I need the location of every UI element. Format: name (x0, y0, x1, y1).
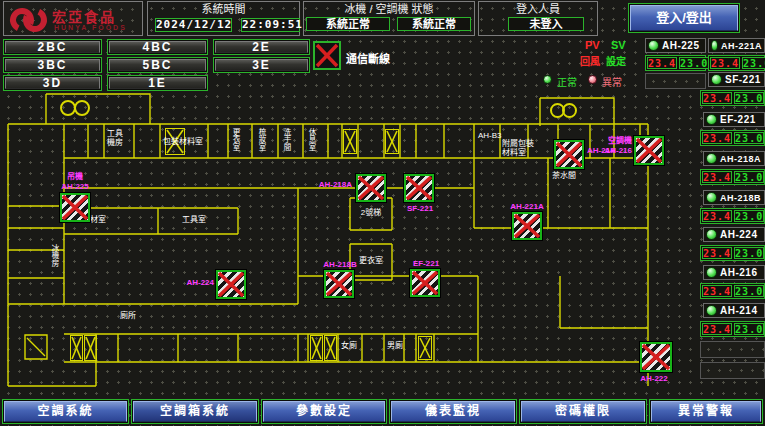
device-values: 23.423.0 (700, 130, 765, 146)
device-led-icon (706, 267, 717, 278)
login-label: 登入人員 (479, 2, 597, 17)
device-values: 23.423.0 (700, 321, 765, 337)
device-values: 23.423.0 (700, 169, 765, 185)
ahu-marker-ah-225[interactable] (60, 193, 90, 222)
floor-button-3e[interactable]: 3E (215, 59, 308, 71)
device-tag-ef-221[interactable]: EF-221 (703, 112, 765, 127)
nav-meter-monitoring[interactable]: 儀表監視 (391, 401, 515, 422)
logo-subtext: HUNYA FOODS (54, 24, 127, 31)
device-values: 23.423.0 (700, 283, 765, 299)
marker-label: SF-221 (398, 204, 442, 213)
floor-button-wrap: 3E (213, 57, 310, 73)
device-tag-ah-218a[interactable]: AH-218A (703, 151, 765, 166)
room-label: 洗手間 (282, 128, 290, 151)
device-led-icon (706, 153, 717, 164)
room-label: 女廁 (341, 342, 357, 351)
room-label: 梳妝室 (257, 128, 265, 151)
ahu-marker-ah-221a[interactable] (512, 212, 542, 240)
ahu-marker-ef-221[interactable] (410, 269, 440, 297)
sv-name-label: 設定 (606, 53, 626, 68)
ahu-marker-ah-216[interactable] (634, 136, 664, 165)
nav-ac-system[interactable]: 空調系統 (4, 401, 127, 422)
room-label: AH-B3 (478, 132, 502, 141)
floor-button-wrap: 2BC (3, 39, 102, 55)
floor-button-2bc[interactable]: 2BC (5, 41, 100, 53)
nav-password-permissions[interactable]: 密碼權限 (521, 401, 645, 422)
logo-text: 宏亞食品 (52, 6, 116, 26)
stair-x-icon (324, 335, 337, 361)
chiller-status-value: 系統正常 (306, 17, 390, 31)
device-tag-ah-214[interactable]: AH-214 (703, 303, 765, 318)
device-tag-ah-218b[interactable]: AH-218B (703, 190, 765, 205)
abnormal-led-icon (588, 75, 597, 84)
device-led-icon (706, 229, 717, 240)
marker-label: EF-221 (404, 259, 448, 268)
nav-parameter-settings[interactable]: 參數設定 (263, 401, 385, 422)
login-status-value: 未登入 (508, 17, 584, 31)
device-values: 23.423.0 (700, 90, 765, 106)
device-values: 23.423.0 (645, 55, 706, 71)
normal-led-icon (543, 75, 552, 84)
marker-label: 吊機 (52, 172, 98, 181)
device-tag-ah-216[interactable]: AH-216 (703, 265, 765, 280)
floor-button-3bc[interactable]: 3BC (5, 59, 100, 71)
device-led-icon (711, 40, 718, 51)
stair-spiral-icon (58, 99, 102, 121)
stair-x-icon (343, 129, 357, 154)
floor-button-4bc[interactable]: 4BC (109, 41, 206, 53)
device-tag-ah-225[interactable]: AH-225 (645, 38, 706, 53)
ahu-marker-ah-218a[interactable] (356, 174, 386, 202)
room-label: 休息室 (307, 128, 315, 151)
nav-wrap: 空調系統 (2, 399, 129, 424)
room-label: 男廁 (387, 342, 403, 351)
floor-button-wrap: 2E (213, 39, 310, 55)
logo-box: 宏亞食品 HUNYA FOODS (3, 1, 143, 36)
device-led-icon (706, 305, 717, 316)
nav-alarm[interactable]: 異常警報 (651, 401, 761, 422)
device-tag-ah-224[interactable]: AH-224 (703, 227, 765, 242)
empty-panel-box (700, 341, 765, 358)
room-label: 茶水間 (552, 172, 576, 181)
system-date-value: 2024/12/12 (155, 18, 232, 32)
nav-ahu-system[interactable]: 空調箱系統 (133, 401, 257, 422)
floor-button-5bc[interactable]: 5BC (109, 59, 206, 71)
system-time-label: 系統時間 (148, 2, 299, 17)
sv-header: SV (611, 39, 626, 51)
nav-wrap: 密碼權限 (519, 399, 647, 424)
device-led-icon (648, 40, 659, 51)
comm-loss-icon (313, 41, 341, 70)
ahu-marker-ah-224[interactable] (216, 270, 246, 299)
floor-button-wrap: 4BC (107, 39, 208, 55)
room-label: 包裝材料室 (163, 138, 203, 147)
ahu-marker-ah-214[interactable] (554, 140, 584, 169)
pv-header: PV (585, 39, 600, 51)
ahu-marker-ah-222[interactable] (640, 342, 672, 372)
nav-wrap: 參數設定 (261, 399, 387, 424)
hmi-screen: { "header": { "logo_text": "宏亞食品", "logo… (0, 0, 765, 426)
device-values: 23.423.0 (708, 55, 765, 71)
empty-panel-box (700, 362, 765, 379)
ahu-marker-sf-221[interactable] (404, 174, 434, 202)
login-logout-button[interactable]: 登入/登出 (630, 5, 738, 31)
comm-loss-label: 通信斷線 (346, 50, 390, 66)
device-tag-ah-221a[interactable]: AH-221A (708, 38, 765, 53)
nav-wrap: 空調箱系統 (131, 399, 259, 424)
machine-status-label: 冰機 / 空調機 狀態 (304, 2, 474, 17)
device-led-icon (706, 114, 717, 125)
stair-x-icon (84, 335, 97, 361)
device-tag-sf-221[interactable]: SF-221 (708, 72, 765, 87)
marker-label: AH-222 (632, 374, 676, 383)
room-label: 2號梯 (350, 209, 392, 218)
legend-normal-label: 正常 (557, 74, 577, 89)
room-label: 工具機房 (106, 130, 124, 147)
nav-wrap: 異常警報 (649, 399, 763, 424)
device-values: 23.423.0 (700, 208, 765, 224)
ahu-marker-ah-218b[interactable] (324, 270, 354, 298)
marker-label: AH-218B (318, 260, 362, 269)
marker-label: AH-216 (596, 146, 632, 155)
pv-name-label: 回風 (580, 53, 600, 68)
floor-plan-map: 工具機房 包裝材料室 更衣室 梳妝室 洗手間 休息室 AH-B3 附屬包裝材料室… (0, 88, 694, 396)
floor-button-wrap: 5BC (107, 57, 208, 73)
floor-button-2e[interactable]: 2E (215, 41, 308, 53)
system-clock-value: 22:09:51 (241, 18, 300, 32)
